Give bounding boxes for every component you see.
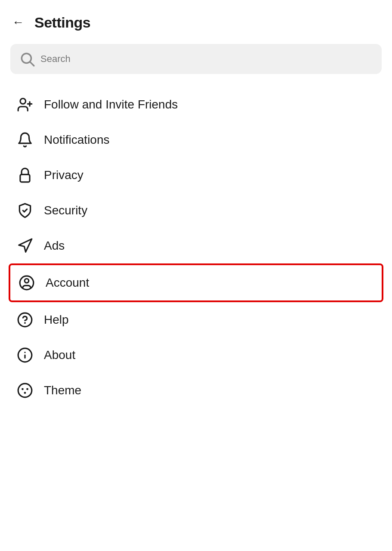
svg-point-7 <box>25 279 29 283</box>
help-circle-icon <box>15 312 34 328</box>
add-person-icon <box>15 96 34 113</box>
menu-item-theme[interactable]: Theme <box>10 373 382 408</box>
menu-item-label-security: Security <box>44 204 87 217</box>
svg-point-16 <box>24 392 26 394</box>
menu-item-security[interactable]: Security <box>10 193 382 228</box>
menu-item-label-about: About <box>44 348 75 362</box>
megaphone-icon <box>15 238 34 254</box>
menu-item-privacy[interactable]: Privacy <box>10 158 382 193</box>
menu-item-label-ads: Ads <box>44 239 65 253</box>
svg-point-2 <box>20 99 26 104</box>
menu-item-label-privacy: Privacy <box>44 168 83 182</box>
svg-point-13 <box>18 384 32 397</box>
menu-item-ads[interactable]: Ads <box>10 228 382 263</box>
menu-item-follow-invite[interactable]: Follow and Invite Friends <box>10 87 382 122</box>
search-icon <box>19 51 35 67</box>
menu-item-about[interactable]: About <box>10 337 382 373</box>
svg-line-1 <box>30 62 34 66</box>
back-button[interactable]: ← <box>10 14 26 31</box>
info-circle-icon <box>15 347 34 363</box>
palette-icon <box>15 382 34 399</box>
lock-icon <box>15 167 34 183</box>
menu-item-label-theme: Theme <box>44 384 81 397</box>
menu-item-label-follow-invite: Follow and Invite Friends <box>44 98 178 111</box>
menu-item-label-help: Help <box>44 313 69 327</box>
search-container <box>10 44 382 74</box>
menu-item-account[interactable]: Account <box>9 263 383 302</box>
menu-item-help[interactable]: Help <box>10 302 382 337</box>
svg-rect-5 <box>20 174 30 182</box>
svg-point-14 <box>22 388 24 390</box>
menu-list: Follow and Invite Friends Notifications … <box>0 87 392 408</box>
header: ← Settings <box>0 0 392 40</box>
search-input[interactable] <box>40 53 373 65</box>
search-bar <box>10 44 382 74</box>
menu-item-notifications[interactable]: Notifications <box>10 122 382 158</box>
page-title: Settings <box>34 14 90 31</box>
bell-icon <box>15 132 34 148</box>
menu-item-label-notifications: Notifications <box>44 133 110 147</box>
account-circle-icon <box>17 275 36 291</box>
svg-point-9 <box>24 322 26 324</box>
menu-item-label-account: Account <box>46 276 89 290</box>
shield-check-icon <box>15 202 34 219</box>
svg-point-15 <box>26 388 28 390</box>
